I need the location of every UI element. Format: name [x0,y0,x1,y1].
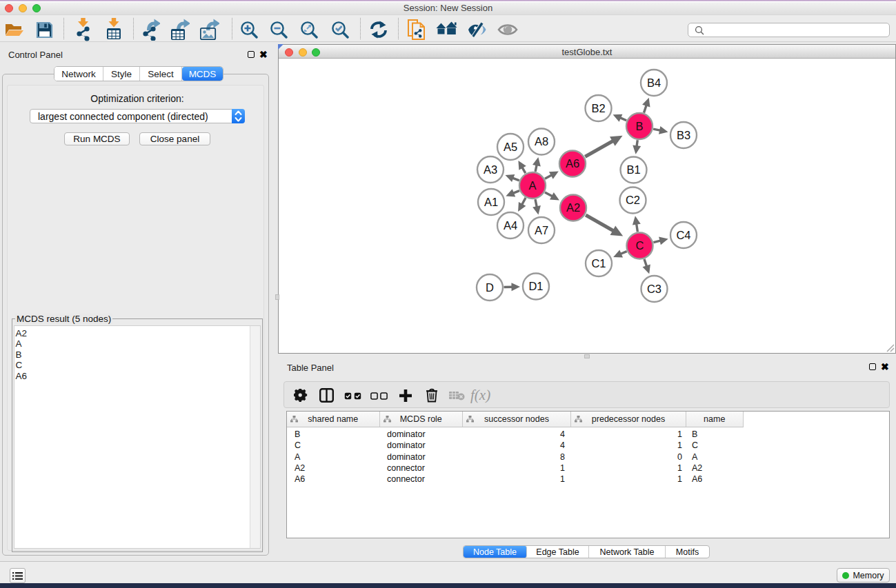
svg-text:A2: A2 [566,201,580,214]
svg-text:B1: B1 [626,163,640,176]
svg-text:A: A [528,179,536,192]
svg-text:A3: A3 [484,163,497,176]
svg-text:B2: B2 [591,102,605,114]
svg-text:A8: A8 [535,135,548,148]
svg-text:A1: A1 [484,196,498,208]
svg-text:C3: C3 [647,283,661,295]
svg-text:A5: A5 [504,141,517,153]
svg-text:B4: B4 [647,77,661,89]
svg-text:A6: A6 [566,157,579,170]
svg-text:C: C [636,239,644,252]
svg-text:C1: C1 [591,257,606,270]
svg-text:D: D [486,281,494,294]
svg-text:A4: A4 [504,219,517,232]
svg-text:D1: D1 [528,280,543,292]
svg-text:A7: A7 [535,224,548,236]
svg-text:C4: C4 [676,229,690,241]
svg-text:C2: C2 [626,194,640,206]
svg-text:B3: B3 [677,129,690,141]
svg-text:B: B [635,120,643,132]
